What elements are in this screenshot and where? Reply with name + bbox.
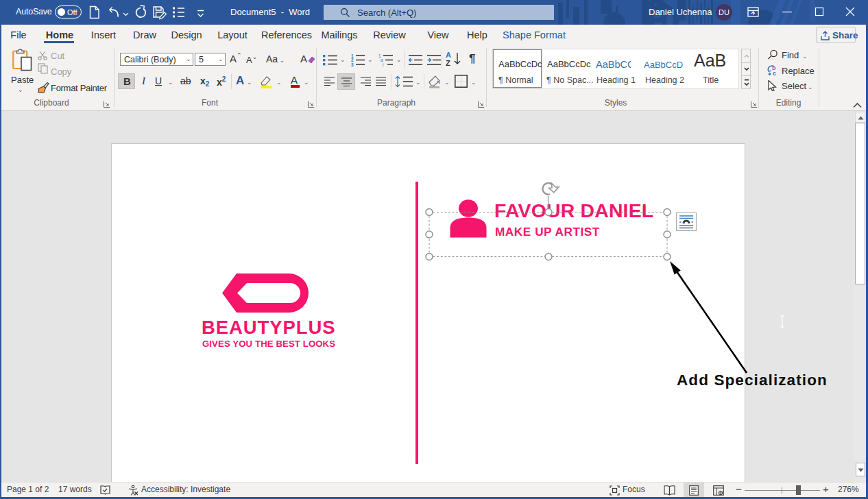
svg-text:3: 3 [351,62,354,67]
svg-text:c: c [773,70,776,77]
svg-text:i: i [383,62,383,67]
